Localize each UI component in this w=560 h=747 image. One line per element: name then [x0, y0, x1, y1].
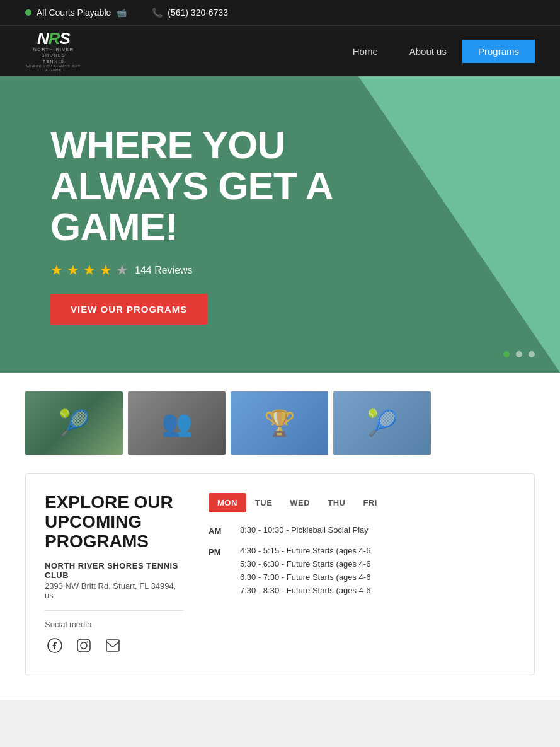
divider	[45, 610, 183, 611]
status-dot	[25, 9, 31, 16]
am-label: AM	[209, 525, 227, 536]
logo-area[interactable]: NRS NORTH RIVER SHORESTENNIS WHERE YOU A…	[25, 32, 82, 70]
pm-item-4: 7:30 - 8:30 - Future Starts (ages 4-6	[240, 586, 515, 595]
email-icon[interactable]	[103, 635, 123, 656]
instagram-icon[interactable]	[74, 635, 94, 656]
video-icon: 📹	[116, 8, 127, 18]
social-icons	[45, 635, 183, 656]
programs-info: EXPLORE OUR UPCOMING PROGRAMS NORTH RIVE…	[45, 493, 183, 656]
nav-about[interactable]: About us	[394, 40, 462, 63]
dot-1[interactable]	[503, 351, 510, 357]
view-programs-button[interactable]: VIEW OUR PROGRAMS	[50, 294, 207, 325]
star-3: ★	[83, 262, 96, 279]
hero-content: WHERE YOU ALWAYS GET A GAME! ★ ★ ★ ★ ★ 1…	[0, 86, 428, 362]
tab-thu[interactable]: THU	[319, 493, 354, 512]
phone-icon: 📞	[152, 8, 163, 18]
tab-tue[interactable]: TUE	[246, 493, 282, 512]
logo-subtitle: NORTH RIVER SHORESTENNIS	[25, 47, 82, 64]
logo-tagline: WHERE YOU ALWAYS GET A GAME	[25, 64, 82, 72]
gallery-image-1[interactable]	[25, 391, 123, 455]
programs-title: EXPLORE OUR UPCOMING PROGRAMS	[45, 493, 183, 551]
star-2: ★	[67, 262, 79, 279]
hero-section: WHERE YOU ALWAYS GET A GAME! ★ ★ ★ ★ ★ 1…	[0, 76, 560, 373]
pm-schedule: PM 4:30 - 5:15 - Future Starts (ages 4-6…	[209, 546, 515, 599]
phone-number[interactable]: 📞 (561) 320-6733	[152, 8, 228, 18]
hero-stars: ★ ★ ★ ★ ★ 144 Reviews	[50, 262, 378, 279]
pm-item-1: 4:30 - 5:15 - Future Starts (ages 4-6	[240, 546, 515, 555]
schedule-panel: MON TUE WED THU FRI AM 8:30 - 10:30 - Pi…	[209, 493, 515, 656]
status-text: All Courts Playable	[37, 8, 111, 18]
am-item-1: 8:30 - 10:30 - Pickleball Social Play	[240, 525, 515, 535]
facebook-icon[interactable]	[45, 635, 65, 656]
programs-card: EXPLORE OUR UPCOMING PROGRAMS NORTH RIVE…	[25, 473, 535, 675]
pm-item-3: 6:30 - 7:30 - Future Starts (ages 4-6	[240, 572, 515, 582]
pm-items: 4:30 - 5:15 - Future Starts (ages 4-6 5:…	[240, 546, 515, 599]
svg-point-2	[81, 642, 87, 649]
carousel-dots	[503, 351, 535, 357]
svg-rect-4	[106, 640, 119, 651]
tab-wed[interactable]: WED	[281, 493, 319, 512]
tab-fri[interactable]: FRI	[354, 493, 386, 512]
pm-label: PM	[209, 546, 227, 557]
gallery-image-3[interactable]	[231, 391, 328, 455]
phone-text: (561) 320-6733	[168, 8, 228, 18]
tab-mon[interactable]: MON	[209, 493, 246, 512]
logo: NRS NORTH RIVER SHORESTENNIS WHERE YOU A…	[25, 32, 82, 70]
programs-section: EXPLORE OUR UPCOMING PROGRAMS NORTH RIVE…	[0, 473, 560, 700]
dot-2[interactable]	[516, 351, 522, 357]
svg-point-3	[87, 642, 88, 643]
star-1: ★	[50, 262, 63, 279]
nav-home[interactable]: Home	[337, 40, 394, 63]
pm-item-2: 5:30 - 6:30 - Future Starts (ages 4-6	[240, 559, 515, 569]
dot-3[interactable]	[529, 351, 535, 357]
club-name: NORTH RIVER SHORES TENNIS CLUB	[45, 561, 183, 580]
nav-programs[interactable]: Programs	[462, 40, 535, 63]
gallery-image-2[interactable]	[128, 391, 226, 455]
reviews-count: 144 Reviews	[135, 265, 193, 276]
am-items: 8:30 - 10:30 - Pickleball Social Play	[240, 525, 515, 538]
gallery-image-4[interactable]	[333, 391, 431, 455]
star-4: ★	[100, 262, 112, 279]
top-bar: All Courts Playable 📹 📞 (561) 320-6733	[0, 0, 560, 25]
star-5: ★	[116, 262, 129, 279]
navbar: NRS NORTH RIVER SHORESTENNIS WHERE YOU A…	[0, 25, 560, 76]
image-strip	[0, 373, 560, 473]
club-address: 2393 NW Britt Rd, Stuart, FL 34994, us	[45, 581, 183, 600]
logo-nrs: NRS	[37, 30, 70, 47]
hero-title: WHERE YOU ALWAYS GET A GAME!	[50, 124, 378, 247]
am-schedule: AM 8:30 - 10:30 - Pickleball Social Play	[209, 525, 515, 538]
nav-links: Home About us Programs	[337, 40, 535, 63]
court-status: All Courts Playable 📹	[25, 8, 127, 18]
day-tabs: MON TUE WED THU FRI	[209, 493, 515, 512]
social-media-label: Social media	[45, 620, 183, 629]
svg-rect-1	[77, 639, 90, 652]
